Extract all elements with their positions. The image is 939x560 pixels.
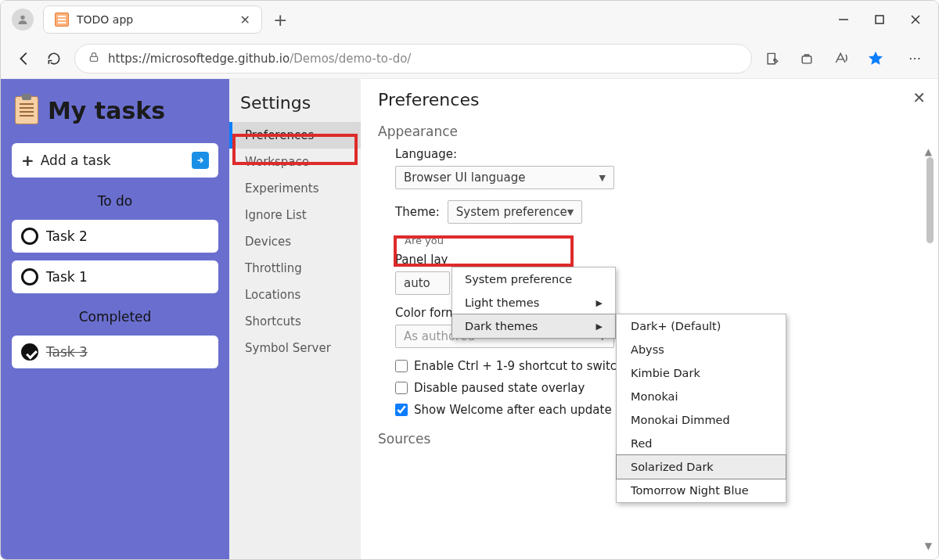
task-row[interactable]: Task 2	[12, 220, 218, 253]
task-row-done[interactable]: Task 3	[12, 336, 218, 368]
todo-heading: To do	[12, 185, 218, 212]
theme-subtext: Are you	[405, 235, 921, 246]
chevron-down-icon: ▼	[599, 173, 606, 183]
panel-layout-select[interactable]: auto	[395, 271, 450, 295]
add-task-label: Add a task	[41, 153, 111, 168]
favorite-star-icon[interactable]	[866, 49, 885, 68]
sidebar-item-shortcuts[interactable]: Shortcuts	[229, 308, 361, 335]
maximize-button[interactable]	[872, 13, 887, 27]
language-select[interactable]: Browser UI language ▼	[395, 166, 614, 189]
title-bar: TODO app ✕ +	[1, 1, 938, 38]
url-host: https://microsoftedge.github.io	[108, 52, 290, 66]
checkbox-checked-icon[interactable]	[21, 343, 38, 361]
close-settings-icon[interactable]: ✕	[912, 88, 926, 107]
tasks-title-text: My tasks	[48, 97, 165, 124]
add-task-input[interactable]: + Add a task	[12, 143, 218, 178]
preferences-title: Preferences	[378, 90, 921, 109]
submit-arrow-icon[interactable]	[192, 152, 209, 169]
lock-icon	[88, 51, 100, 66]
svg-point-0	[20, 16, 24, 20]
read-aloud-icon[interactable]	[832, 49, 851, 68]
task-row[interactable]: Task 1	[12, 260, 218, 293]
browser-tab[interactable]: TODO app ✕	[43, 5, 262, 34]
profile-avatar[interactable]	[12, 9, 34, 31]
menu-item-monokai-dimmed[interactable]: Monokai Dimmed	[617, 408, 786, 432]
more-menu-button[interactable]: ⋯	[905, 49, 924, 68]
sidebar-item-locations[interactable]: Locations	[229, 282, 361, 308]
tasks-panel: My tasks + Add a task To do Task 2 Task …	[1, 79, 229, 559]
theme-value: System preference	[456, 205, 567, 219]
svg-rect-5	[90, 56, 97, 61]
checkbox-icon[interactable]	[21, 228, 38, 245]
task-label: Task 3	[46, 344, 88, 360]
panel-layout-value: auto	[404, 276, 430, 290]
url-field[interactable]: https://microsoftedge.github.io/Demos/de…	[74, 44, 752, 74]
scrollbar-thumb[interactable]	[926, 157, 934, 243]
menu-item-solarized-dark[interactable]: Solarized Dark	[616, 454, 786, 479]
tasks-title: My tasks	[12, 92, 218, 135]
sidebar-item-experiments[interactable]: Experiments	[229, 175, 361, 202]
checkbox-input[interactable]	[395, 404, 408, 416]
completed-heading: Completed	[12, 301, 218, 328]
close-tab-icon[interactable]: ✕	[240, 13, 250, 27]
task-label: Task 2	[46, 228, 88, 244]
url-path: /Demos/demo-to-do/	[290, 52, 411, 66]
scroll-up-icon[interactable]: ▲	[925, 146, 932, 157]
appearance-heading: Appearance	[378, 124, 921, 139]
sidebar-item-preferences[interactable]: Preferences	[229, 122, 361, 149]
edit-icon[interactable]	[763, 49, 782, 68]
collections-icon[interactable]	[797, 49, 816, 68]
minimize-button[interactable]	[836, 13, 851, 27]
address-bar: https://microsoftedge.github.io/Demos/de…	[1, 38, 938, 79]
tab-title: TODO app	[77, 13, 232, 26]
sidebar-item-throttling[interactable]: Throttling	[229, 255, 361, 282]
theme-label: Theme:	[395, 205, 440, 219]
menu-item-dark-default[interactable]: Dark+ (Default)	[617, 314, 786, 338]
sidebar-item-workspace[interactable]: Workspace	[229, 149, 361, 175]
task-label: Task 1	[46, 269, 88, 285]
menu-item-kimbie-dark[interactable]: Kimbie Dark	[617, 361, 786, 385]
refresh-button[interactable]	[45, 49, 63, 68]
clipboard-icon	[15, 96, 38, 124]
svg-rect-6	[802, 56, 811, 63]
close-window-button[interactable]	[908, 13, 923, 27]
plus-icon: +	[21, 151, 34, 170]
menu-item-dark-themes[interactable]: Dark themes▶	[452, 314, 616, 339]
language-label: Language:	[395, 147, 921, 161]
back-button[interactable]	[15, 49, 34, 68]
svg-rect-2	[876, 16, 883, 23]
menu-item-system-preference[interactable]: System preference	[452, 267, 615, 291]
menu-item-tomorrow-night-blue[interactable]: Tomorrow Night Blue	[617, 479, 786, 502]
checkbox-input[interactable]	[395, 360, 408, 372]
checkbox-input[interactable]	[395, 382, 408, 394]
chevron-right-icon: ▶	[596, 321, 603, 332]
theme-menu[interactable]: System preference Light themes▶ Dark the…	[452, 267, 616, 339]
sidebar-item-symbol-server[interactable]: Symbol Server	[229, 335, 361, 361]
menu-item-red[interactable]: Red	[617, 432, 786, 455]
settings-title: Settings	[229, 88, 361, 122]
menu-item-monokai[interactable]: Monokai	[617, 385, 786, 408]
sidebar-item-ignore-list[interactable]: Ignore List	[229, 202, 361, 228]
new-tab-button[interactable]: +	[273, 10, 287, 30]
chevron-right-icon: ▶	[596, 298, 603, 308]
panel-layout-label: Panel lay	[395, 253, 921, 267]
language-value: Browser UI language	[404, 171, 526, 185]
menu-item-abyss[interactable]: Abyss	[617, 338, 786, 361]
chevron-down-icon: ▼	[567, 207, 574, 217]
clipboard-icon	[55, 13, 69, 27]
settings-sidebar: Settings Preferences Workspace Experimen…	[229, 79, 361, 559]
theme-select[interactable]: System preference ▼	[448, 200, 582, 224]
sidebar-item-devices[interactable]: Devices	[229, 228, 361, 255]
checkbox-icon[interactable]	[21, 268, 38, 285]
scroll-down-icon[interactable]: ▼	[925, 540, 932, 551]
menu-item-light-themes[interactable]: Light themes▶	[452, 291, 615, 314]
dark-themes-submenu[interactable]: Dark+ (Default) Abyss Kimbie Dark Monoka…	[616, 314, 786, 503]
